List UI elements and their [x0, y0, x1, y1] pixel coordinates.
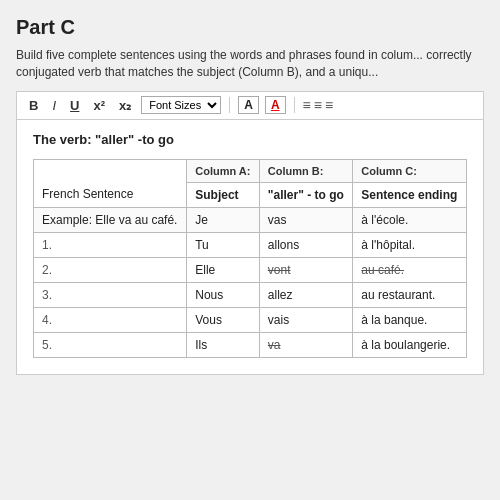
row-4-subject: Vous	[187, 307, 260, 332]
superscript-button[interactable]: x²	[89, 96, 109, 115]
table-row: 5. Ils va à la boulangerie.	[34, 332, 467, 357]
a-styled-button[interactable]: A	[265, 96, 286, 114]
row-4-ending: à la banque.	[353, 307, 467, 332]
row-1-num: 1.	[34, 232, 187, 257]
row-5-ending: à la boulangerie.	[353, 332, 467, 357]
example-sentence: Example: Elle va au café.	[34, 207, 187, 232]
divider2	[294, 97, 295, 113]
french-sentence-label: French Sentence	[42, 187, 133, 201]
french-sentence-header: French Sentence	[34, 159, 187, 207]
row-2-num: 2.	[34, 257, 187, 282]
description: Build five complete sentences using the …	[16, 47, 484, 81]
list-icon-3[interactable]: ≡	[325, 97, 333, 113]
italic-button[interactable]: I	[48, 96, 60, 115]
font-size-select[interactable]: Font Sizes	[141, 96, 221, 114]
list-icons: ≡ ≡ ≡	[303, 97, 334, 113]
table-row: 3. Nous allez au restaurant.	[34, 282, 467, 307]
col-b-label: Column B:	[259, 159, 353, 182]
row-5-subject: Ils	[187, 332, 260, 357]
row-5-num: 5.	[34, 332, 187, 357]
verb-heading: The verb: "aller" -to go	[33, 132, 467, 147]
col-a-sub: Subject	[187, 182, 260, 207]
example-row: Example: Elle va au café. Je vas à l'éco…	[34, 207, 467, 232]
row-1-subject: Tu	[187, 232, 260, 257]
row-2-verb: vont	[259, 257, 353, 282]
example-subject: Je	[187, 207, 260, 232]
bold-button[interactable]: B	[25, 96, 42, 115]
row-3-subject: Nous	[187, 282, 260, 307]
row-3-ending: au restaurant.	[353, 282, 467, 307]
table-row: 1. Tu allons à l'hôpital.	[34, 232, 467, 257]
row-1-verb: allons	[259, 232, 353, 257]
table-row: 2. Elle vont au café.	[34, 257, 467, 282]
subscript-button[interactable]: x₂	[115, 96, 135, 115]
row-3-verb: allez	[259, 282, 353, 307]
underline-button[interactable]: U	[66, 96, 83, 115]
sentence-table: French Sentence Column A: Column B: Colu…	[33, 159, 467, 358]
list-icon-1[interactable]: ≡	[303, 97, 311, 113]
row-3-num: 3.	[34, 282, 187, 307]
row-1-ending: à l'hôpital.	[353, 232, 467, 257]
col-c-sub: Sentence ending	[353, 182, 467, 207]
list-icon-2[interactable]: ≡	[314, 97, 322, 113]
example-verb: vas	[259, 207, 353, 232]
row-5-verb: va	[259, 332, 353, 357]
content-area: The verb: "aller" -to go French Sentence…	[16, 119, 484, 375]
row-2-subject: Elle	[187, 257, 260, 282]
divider1	[229, 97, 230, 113]
example-ending: à l'école.	[353, 207, 467, 232]
table-row: 4. Vous vais à la banque.	[34, 307, 467, 332]
col-b-sub: "aller" - to go	[259, 182, 353, 207]
row-2-ending: au café.	[353, 257, 467, 282]
page-title: Part C	[16, 16, 484, 39]
a-plain-button[interactable]: A	[238, 96, 259, 114]
col-c-label: Column C:	[353, 159, 467, 182]
row-4-num: 4.	[34, 307, 187, 332]
row-4-verb: vais	[259, 307, 353, 332]
toolbar: B I U x² x₂ Font Sizes A A ≡ ≡ ≡	[16, 91, 484, 119]
col-a-label: Column A:	[187, 159, 260, 182]
